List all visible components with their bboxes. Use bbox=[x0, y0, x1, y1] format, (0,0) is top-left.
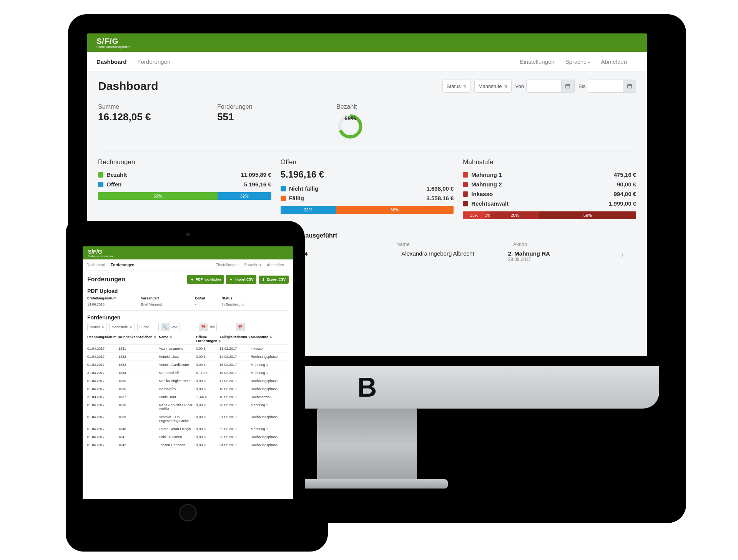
nav-einstellungen[interactable]: Einstellungen bbox=[216, 263, 239, 267]
table-row[interactable]: 01.04.20171835Monika Brigitte Becht0,00 … bbox=[87, 377, 289, 385]
legend-swatch-orange bbox=[281, 196, 286, 201]
legend-swatch-green bbox=[98, 172, 103, 178]
table-row[interactable]: 01.04.20171841Hakki Türkmen0,00 €23.02.2… bbox=[87, 433, 289, 441]
recent-aktion: 2. Mahnung RA 29.09.2017 bbox=[508, 250, 615, 262]
table-row[interactable]: 01.04.20171839Schmidt + Co Engeneering G… bbox=[87, 413, 289, 425]
legend-swatch-red bbox=[463, 201, 468, 206]
table-body: 01.04.20171831Asan Ismanovic0,00 €13.02.… bbox=[87, 345, 289, 449]
upload-row: 14.06.2018 Brief Versand - In Bearbeitun… bbox=[87, 302, 289, 306]
filter-von: Von bbox=[515, 80, 575, 93]
table-row[interactable]: 31.03.20171834Mohamed Ali51,10 €15.02.20… bbox=[87, 369, 289, 377]
device-logo: B bbox=[357, 372, 377, 403]
nav-sprache[interactable]: Sprache▾ bbox=[565, 58, 590, 65]
brand-tagline: Forderungsmanagement bbox=[96, 45, 130, 48]
legend-swatch-blue bbox=[98, 182, 103, 187]
mahnstufe-bar-chart: 13% 3% 28% 56% bbox=[463, 211, 636, 219]
panel-rechnungen: Rechnungen Bezahlt 11.095,89 € Offen 5.1… bbox=[98, 158, 271, 219]
download-icon: ⬇ bbox=[262, 278, 265, 282]
upload-section-title: PDF Upload bbox=[87, 288, 289, 294]
table-row[interactable]: 01.04.20171832Heinrich Jost0,00 €14.02.2… bbox=[87, 353, 289, 361]
chevron-down-icon: ▾ bbox=[588, 60, 590, 65]
table-row[interactable]: 01.04.20171831Asan Ismanovic0,00 €13.02.… bbox=[87, 345, 289, 353]
page-title: Forderungen bbox=[87, 276, 185, 283]
von-input[interactable] bbox=[179, 323, 199, 331]
nav-sprache[interactable]: Sprache ▾ bbox=[244, 263, 261, 267]
tablet-screen: S/F/G Forderungsmanagement Dashboard For… bbox=[83, 246, 293, 499]
legend-swatch-red bbox=[463, 172, 468, 178]
nav-einstellungen[interactable]: Einstellungen bbox=[520, 58, 555, 65]
filter-bis: Bis 📅 bbox=[210, 323, 245, 331]
table-row[interactable]: 01.04.20171833Antonio Cardizzone0,00 €15… bbox=[87, 361, 289, 369]
svg-rect-1 bbox=[627, 85, 632, 88]
pdf-upload-button[interactable]: ＋PDF hochladen bbox=[187, 275, 224, 284]
bezahlt-pct: 69% bbox=[336, 115, 364, 121]
bis-input[interactable] bbox=[588, 80, 623, 93]
calendar-button-bis[interactable]: 📅 bbox=[236, 323, 245, 331]
brand-logo: S/F/G bbox=[96, 37, 118, 45]
tablet-device: S/F/G Forderungsmanagement Dashboard For… bbox=[71, 221, 305, 528]
sort-icon: ⇅ bbox=[130, 326, 132, 329]
search-input[interactable] bbox=[137, 323, 159, 331]
offen-sum: 5.196,16 € bbox=[281, 169, 454, 180]
sort-icon: ⇅ bbox=[269, 336, 272, 339]
filter-status[interactable]: Status⇅ bbox=[87, 323, 107, 331]
calendar-button-bis[interactable] bbox=[623, 80, 636, 93]
forderungen-label: Forderungen bbox=[217, 103, 336, 110]
sort-icon: ⇅ bbox=[248, 336, 251, 339]
search-button[interactable]: 🔍 bbox=[161, 323, 170, 331]
panel-mahnstufe: Mahnstufe Mahnung 1 475,16 € Mahnung 2 9… bbox=[463, 158, 636, 219]
summe-label: Summe bbox=[98, 103, 217, 110]
nav-dashboard[interactable]: Dashboard bbox=[86, 263, 105, 267]
panel-offen: Offen 5.196,16 € Nicht fällig 1.638,00 €… bbox=[281, 158, 454, 219]
recent-forderung: 2444 bbox=[295, 250, 401, 262]
table-row[interactable]: 01.04.20171838Maria Angustias Pinar Padi… bbox=[87, 401, 289, 413]
brand-logo: S/F/G bbox=[88, 249, 102, 255]
bezahlt-label: Bezahlt bbox=[336, 103, 455, 110]
chevron-down-icon: ▾ bbox=[259, 263, 261, 267]
export-csv-button[interactable]: ⬇Export CSV bbox=[259, 276, 289, 284]
sort-icon: ⇅ bbox=[170, 336, 172, 339]
filter-mahnstufe[interactable]: Mahnstufe⇅ bbox=[109, 323, 135, 331]
main-nav: Dashboard Forderungen Einstellungen Spra… bbox=[83, 259, 293, 271]
offen-bar-chart: 32% 68% bbox=[281, 206, 454, 214]
summe-value: 16.128,05 € bbox=[98, 111, 217, 123]
legend-swatch-red bbox=[463, 191, 468, 197]
filter-bis: Bis bbox=[578, 80, 636, 93]
sort-icon: ⇅ bbox=[463, 84, 466, 88]
table-row[interactable]: 01.04.20171836Isa Najafov0,00 €18.02.201… bbox=[87, 385, 289, 393]
main-nav: Dashboard Forderungen Einstellungen Spra… bbox=[87, 52, 647, 72]
forderungen-value: 551 bbox=[217, 111, 336, 123]
brand-bar: S/F/G Forderungsmanagement bbox=[87, 33, 647, 52]
list-section-title: Forderungen bbox=[87, 314, 289, 321]
nav-forderungen[interactable]: Forderungen bbox=[111, 263, 135, 267]
calendar-button-von[interactable]: 📅 bbox=[199, 323, 208, 331]
bis-input[interactable] bbox=[216, 323, 236, 331]
nav-forderungen[interactable]: Forderungen bbox=[137, 58, 170, 65]
legend-swatch-blue bbox=[281, 186, 286, 191]
brand-tagline: Forderungsmanagement bbox=[88, 255, 113, 257]
calendar-icon bbox=[627, 83, 632, 89]
plus-icon: ＋ bbox=[229, 277, 233, 282]
svg-rect-0 bbox=[566, 85, 570, 88]
filter-status[interactable]: Status⇅ bbox=[442, 80, 470, 93]
rechnungen-bar-chart: 69% 32% bbox=[98, 192, 271, 200]
von-input[interactable] bbox=[526, 80, 562, 93]
nav-dashboard[interactable]: Dashboard bbox=[96, 58, 126, 65]
brand-bar: S/F/G Forderungsmanagement bbox=[83, 246, 293, 259]
nav-abmelden[interactable]: Abmelden bbox=[601, 58, 627, 65]
table-row[interactable]: 01.04.20171840Fatma Ceran-Özoglu0,00 €22… bbox=[87, 425, 289, 433]
calendar-icon bbox=[565, 83, 570, 89]
table-row[interactable]: 01.04.20171842Johann Hermann0,00 €24.02.… bbox=[87, 441, 289, 449]
tablet-camera bbox=[186, 233, 190, 236]
legend-swatch-red bbox=[463, 182, 468, 187]
sort-icon: ⇅ bbox=[101, 326, 104, 329]
filter-mahnstufe[interactable]: Mahnstufe⇅ bbox=[474, 80, 512, 93]
chevron-right-icon[interactable]: › bbox=[615, 250, 630, 259]
filter-von: Von 📅 bbox=[172, 323, 208, 331]
import-csv-button[interactable]: ＋Import CSV bbox=[226, 275, 256, 284]
nav-abmelden[interactable]: Abmelden bbox=[267, 263, 284, 267]
calendar-button-von[interactable] bbox=[562, 80, 575, 93]
tablet-home-button[interactable] bbox=[179, 504, 197, 522]
sort-icon: ⇅ bbox=[504, 84, 507, 88]
table-row[interactable]: 31.03.20171837Daniel Tant-1,66 €18.02.20… bbox=[87, 393, 289, 401]
